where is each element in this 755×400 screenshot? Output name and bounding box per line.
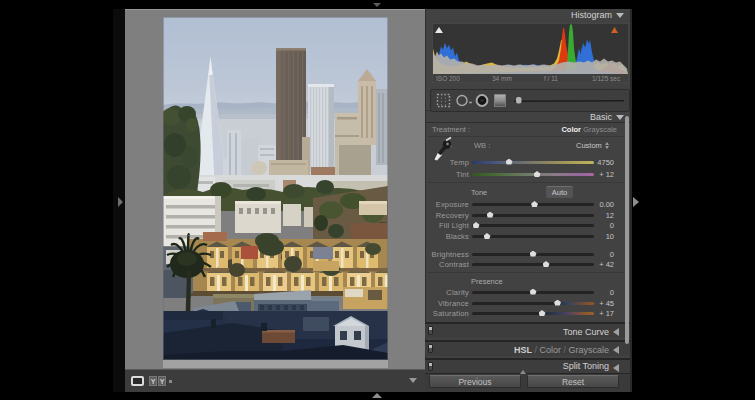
svg-text:ISO 200: ISO 200 bbox=[436, 75, 460, 82]
svg-text:34 mm: 34 mm bbox=[492, 75, 512, 82]
svg-text:f / 11: f / 11 bbox=[544, 75, 558, 82]
svg-text:1/125 sec: 1/125 sec bbox=[592, 75, 621, 82]
